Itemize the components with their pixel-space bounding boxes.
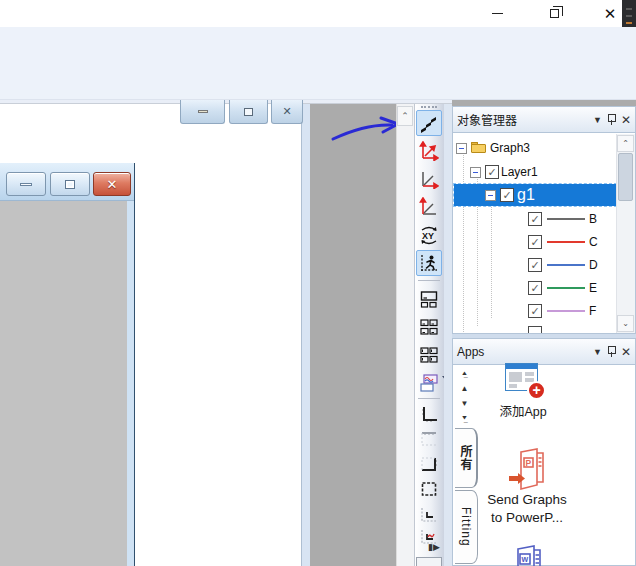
chevron-up-icon: ⌃ <box>401 111 409 121</box>
tab-all[interactable]: 所有 <box>455 428 478 488</box>
object-manager-title: 对象管理器 <box>457 111 517 128</box>
new-layer-bottom-x-left-y-button[interactable] <box>416 401 442 427</box>
send-to-word-icon-partial[interactable]: w <box>506 545 544 566</box>
checkbox-checked[interactable]: ✓ <box>528 281 542 295</box>
collapse-icon[interactable] <box>485 190 496 201</box>
svg-text:w: w <box>521 554 529 564</box>
curve-line-swatch <box>547 218 585 220</box>
collapse-icon[interactable] <box>470 167 481 178</box>
pin-icon[interactable] <box>607 346 616 357</box>
panel-close-icon[interactable]: ✕ <box>621 113 631 127</box>
chevron-down-icon: ⌄ <box>622 319 629 328</box>
float-minimize-button[interactable] <box>6 172 46 196</box>
rescale-button[interactable] <box>416 110 442 136</box>
layer-main-plus-two-button[interactable] <box>416 286 442 312</box>
layer-grid-b-button[interactable] <box>416 342 442 368</box>
new-layer-right-y-button[interactable] <box>416 451 442 477</box>
scroll-up-button[interactable]: ⌃ <box>617 135 634 152</box>
minimize-button[interactable] <box>480 2 514 24</box>
tree-item-curve[interactable]: ✓ F <box>528 300 596 322</box>
rescale-y-axis-button[interactable] <box>416 194 442 220</box>
apps-panel-header[interactable]: Apps ▼ ✕ <box>452 338 636 365</box>
curve-label: F <box>589 304 596 318</box>
mdi-close-button[interactable]: ✕ <box>271 100 303 124</box>
checkbox-checked[interactable]: ✓ <box>528 212 542 226</box>
curve-label: B <box>589 212 597 226</box>
add-app-button[interactable]: + <box>505 363 542 396</box>
minimize-icon <box>492 13 503 14</box>
new-layer-bottom-x-left-y-icon <box>419 404 439 424</box>
panel-close-icon[interactable]: ✕ <box>621 345 631 359</box>
scroll-up-button[interactable]: ⌃ <box>397 106 413 126</box>
folder-icon <box>471 142 487 154</box>
chevron-up-icon: ⌃ <box>622 139 629 148</box>
scrollbar-thumb[interactable] <box>618 153 633 201</box>
restore-icon <box>244 108 253 116</box>
new-layer-top-x-icon <box>419 429 439 449</box>
panel-menu-icon[interactable]: ▼ <box>593 115 602 125</box>
tree-item-partial <box>528 326 542 333</box>
tab-prev-button[interactable]: ▲ <box>457 382 472 395</box>
svg-text:P: P <box>526 458 532 468</box>
layer-grid-a-icon <box>419 317 439 337</box>
send-graphs-label-line1[interactable]: Send Graphs <box>467 492 587 507</box>
send-graphs-to-powerpoint-icon[interactable]: P <box>507 448 547 494</box>
exchange-xy-button[interactable]: XY <box>416 222 442 248</box>
tree-item-curve[interactable]: ✓ B <box>528 208 597 230</box>
add-app-label[interactable]: 添加App <box>463 401 583 420</box>
checkbox-checked[interactable]: ✓ <box>528 258 542 272</box>
mdi-minimize-button[interactable] <box>180 100 225 124</box>
rescale-x-axis-button[interactable] <box>416 166 442 192</box>
new-layer-box-button[interactable] <box>416 476 442 502</box>
tree-item-g1-selected[interactable]: ✓ g1 <box>454 184 616 206</box>
svg-text:XY: XY <box>422 231 434 241</box>
tree-item-graph3[interactable]: Graph3 <box>456 137 530 159</box>
rescale-y-axis-icon <box>419 197 439 217</box>
float-restore-button[interactable] <box>50 172 90 196</box>
float-close-button[interactable]: ✕ <box>93 172 131 196</box>
toolbar-overflow-button[interactable]: ▮▶ <box>426 541 442 553</box>
collapse-icon[interactable] <box>456 143 467 154</box>
checkbox-checked[interactable]: ✓ <box>528 235 542 249</box>
checkbox-checked[interactable]: ✓ <box>528 304 542 318</box>
curve-line-swatch <box>547 310 585 312</box>
restore-button[interactable] <box>537 2 571 24</box>
rescale-x-axis-icon <box>419 169 439 189</box>
new-layer-right-y-icon <box>419 454 439 474</box>
rescale-both-axes-button[interactable] <box>416 138 442 164</box>
tree-item-curve[interactable]: ✓ C <box>528 231 598 253</box>
tree-item-label: Layer1 <box>501 165 538 179</box>
curve-line-swatch <box>547 287 585 289</box>
curve-line-swatch <box>547 241 585 243</box>
mdi-restore-button[interactable] <box>229 100 268 124</box>
panel-menu-icon[interactable]: ▼ <box>593 347 602 357</box>
object-manager-header[interactable]: 对象管理器 ▼ ✕ <box>452 106 636 133</box>
tab-first-button[interactable]: ⯅̲ <box>457 367 472 380</box>
new-layer-box-icon <box>419 479 439 499</box>
speed-mode-runner-icon <box>419 253 439 273</box>
speed-mode-button[interactable] <box>416 250 442 276</box>
workspace-scrollbar[interactable] <box>396 104 414 566</box>
tree-item-curve[interactable]: ✓ D <box>528 254 598 276</box>
close-icon: ✕ <box>107 177 118 192</box>
plus-badge-icon: + <box>527 381 546 400</box>
scroll-down-button[interactable]: ⌄ <box>617 315 634 332</box>
curve-label: E <box>589 281 597 295</box>
toolbar-grip[interactable] <box>421 106 437 109</box>
send-graphs-label-line2[interactable]: to PowerP... <box>467 510 587 525</box>
pin-icon[interactable] <box>607 114 616 125</box>
tree-item-layer1[interactable]: ✓ Layer1 <box>470 161 538 183</box>
layer-grid-a-button[interactable] <box>416 314 442 340</box>
minimize-icon <box>20 183 32 186</box>
apps-panel-title: Apps <box>457 345 484 359</box>
restore-icon <box>550 9 559 18</box>
new-layer-top-x-button[interactable] <box>416 426 442 452</box>
next-toolbar-partial <box>416 557 442 566</box>
ribbon-area <box>0 27 636 100</box>
checkbox-checked[interactable]: ✓ <box>500 188 514 202</box>
tree-item-curve[interactable]: ✓ E <box>528 277 597 299</box>
merge-graphs-button[interactable] <box>416 370 442 396</box>
restore-icon <box>65 180 75 189</box>
checkbox-checked[interactable]: ✓ <box>485 165 499 179</box>
merge-graphs-icon <box>419 373 439 393</box>
